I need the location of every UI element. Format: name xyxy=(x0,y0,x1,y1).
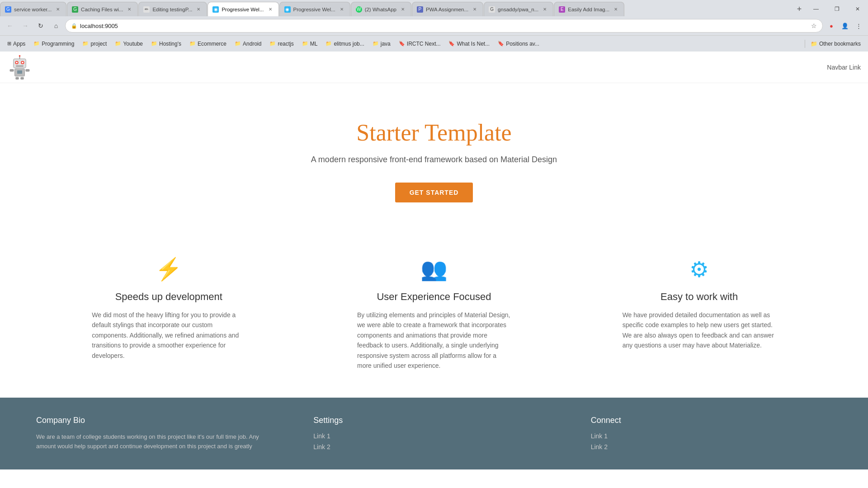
bookmark-label: Android xyxy=(243,41,261,47)
browser-tab-gn[interactable]: G gnsaddy/pwa_n... ✕ xyxy=(484,2,553,16)
bookmark-android[interactable]: 📁 Android xyxy=(231,39,265,49)
tab-close-button[interactable]: ✕ xyxy=(54,6,61,13)
browser-tab-caching[interactable]: G Caching Files wi... ✕ xyxy=(67,2,138,16)
tab-close-button[interactable]: ✕ xyxy=(126,6,133,13)
navbar-link[interactable]: Navbar Link xyxy=(827,64,861,71)
back-button[interactable]: ← xyxy=(4,19,16,32)
bookmark-icon: 🔖 xyxy=(399,41,405,47)
new-tab-button[interactable]: + xyxy=(793,3,806,15)
bookmark-label: reactjs xyxy=(278,41,293,47)
bookmark-icon: 📁 xyxy=(82,41,89,47)
footer-connect: Connect Link 1 Link 2 xyxy=(591,416,832,451)
hero-title: Starter Template xyxy=(18,119,850,146)
tab-close-button[interactable]: ✕ xyxy=(541,6,548,13)
url-text: localhost:9005 xyxy=(80,23,808,29)
bookmark-project[interactable]: 📁 project xyxy=(79,39,110,49)
tab-close-button[interactable]: ✕ xyxy=(195,6,202,13)
bookmark-positions[interactable]: 🔖 Positions av... xyxy=(494,39,543,49)
bookmark-ml[interactable]: 📁 ML xyxy=(298,39,321,49)
browser-tab-editing[interactable]: ✏ Editing testingP... ✕ xyxy=(138,2,207,16)
refresh-button[interactable]: ↻ xyxy=(34,19,47,32)
bookmark-programming[interactable]: 📁 Programming xyxy=(30,39,78,49)
tab-close-button[interactable]: ✕ xyxy=(612,6,619,13)
tab-favicon: W xyxy=(356,6,362,13)
more-tools-button[interactable]: ⋮ xyxy=(853,20,864,32)
site-navbar: Navbar Link xyxy=(0,52,868,83)
get-started-button[interactable]: GET STARTED xyxy=(395,183,473,202)
window-controls: — ❐ ✕ xyxy=(806,1,868,17)
tab-favicon: ◉ xyxy=(212,6,219,13)
svg-rect-11 xyxy=(15,77,19,80)
footer-settings: Settings Link 1 Link 2 xyxy=(313,416,554,451)
tab-title: Editing testingP... xyxy=(152,7,192,12)
browser-tab-sw[interactable]: G service worker... ✕ xyxy=(0,2,66,16)
bookmark-irctc[interactable]: 🔖 IRCTC Next... xyxy=(395,39,444,49)
bookmark-icon: 📁 xyxy=(189,41,196,47)
feature-easy-title: Easy to work with xyxy=(623,291,776,303)
minimize-button[interactable]: — xyxy=(806,1,826,17)
bookmark-label: ML xyxy=(310,41,318,47)
extensions-button[interactable]: ● xyxy=(826,20,837,32)
bookmark-label: elitmus job... xyxy=(334,41,364,47)
tab-close-button[interactable]: ✕ xyxy=(471,6,478,13)
bookmark-reactjs[interactable]: 📁 reactjs xyxy=(266,39,297,49)
browser-tab-pw1[interactable]: ◉ Progressive Wel... ✕ xyxy=(208,2,278,16)
home-button[interactable]: ⌂ xyxy=(50,19,62,32)
close-button[interactable]: ✕ xyxy=(847,1,868,17)
feature-speed: ⚡ Speeds up development We did most of t… xyxy=(78,257,259,371)
bookmark-icon: 📁 xyxy=(269,41,276,47)
bookmark-icon: ⊞ xyxy=(7,41,11,47)
bookmark-elitmus[interactable]: 📁 elitmus job... xyxy=(322,39,368,49)
tab-close-button[interactable]: ✕ xyxy=(267,6,274,13)
hero-section: Starter Template A modern responsive fro… xyxy=(0,83,868,230)
footer-settings-link2[interactable]: Link 2 xyxy=(313,443,554,450)
bookmark-label: Ecommerce xyxy=(198,41,226,47)
page-content: Navbar Link Starter Template A modern re… xyxy=(0,52,868,469)
bookmark-label: IRCTC Next... xyxy=(407,41,441,47)
tab-close-button[interactable]: ✕ xyxy=(399,6,406,13)
feature-ux: 👥 User Experience Focused By utilizing e… xyxy=(344,257,524,371)
bookmark-star-icon[interactable]: ☆ xyxy=(811,22,817,29)
browser-tab-pwa[interactable]: P PWA Assignmen... ✕ xyxy=(412,2,483,16)
feature-easy-desc: We have provided detailed documentation … xyxy=(623,310,776,351)
url-bar[interactable]: 🔒 localhost:9005 ☆ xyxy=(65,19,823,33)
bookmark-icon: 📁 xyxy=(373,41,379,47)
other-bookmarks[interactable]: 📁 Other bookmarks xyxy=(807,39,864,49)
bookmark-java[interactable]: 📁 java xyxy=(369,39,394,49)
bookmark-youtube[interactable]: 📁 Youtube xyxy=(111,39,146,49)
bookmark-ecommerce[interactable]: 📁 Ecommerce xyxy=(186,39,230,49)
bookmark-separator xyxy=(805,40,805,48)
tab-close-button[interactable]: ✕ xyxy=(338,6,345,13)
bookmark-hostings[interactable]: 📁 Hosting's xyxy=(147,39,185,49)
footer-settings-link1[interactable]: Link 1 xyxy=(313,432,554,440)
tab-favicon: P xyxy=(417,6,423,13)
tab-title: gnsaddy/pwa_n... xyxy=(498,7,538,12)
bookmark-label: project xyxy=(90,41,107,47)
url-actions: ● 👤 ⋮ xyxy=(826,20,864,32)
footer-bio: Company Bio We are a team of college stu… xyxy=(36,416,277,451)
footer-bio-desc: We are a team of college students workin… xyxy=(36,432,277,451)
browser-tab-wa[interactable]: W (2) WhatsApp ✕ xyxy=(351,2,411,16)
browser-tab-pw2[interactable]: ◉ Progressive Wel... ✕ xyxy=(279,2,350,16)
footer-bio-title: Company Bio xyxy=(36,416,277,425)
tab-favicon: ◉ xyxy=(284,6,291,13)
bookmark-icon: 📁 xyxy=(235,41,241,47)
footer-connect-link2[interactable]: Link 2 xyxy=(591,443,832,450)
bookmark-apps[interactable]: ⊞ Apps xyxy=(4,39,29,49)
logo-robot-icon xyxy=(7,55,32,80)
footer-connect-link1[interactable]: Link 1 xyxy=(591,432,832,440)
svg-point-3 xyxy=(16,62,18,64)
bookmark-icon: 📁 xyxy=(151,41,157,47)
profile-button[interactable]: 👤 xyxy=(839,20,851,32)
browser-tab-easy[interactable]: E Easily Add Imag... ✕ xyxy=(554,2,624,16)
feature-ux-desc: By utilizing elements and principles of … xyxy=(357,310,511,371)
svg-point-7 xyxy=(19,55,21,57)
bookmark-icon: 📁 xyxy=(326,41,332,47)
feature-speed-desc: We did most of the heavy lifting for you… xyxy=(92,310,245,361)
tab-title: service worker... xyxy=(14,7,52,12)
bookmark-whatis[interactable]: 🔖 What Is Net... xyxy=(445,39,493,49)
navbar-links: Navbar Link xyxy=(827,64,861,71)
maximize-button[interactable]: ❐ xyxy=(826,1,847,17)
forward-button[interactable]: → xyxy=(19,19,32,32)
svg-rect-5 xyxy=(16,66,24,67)
